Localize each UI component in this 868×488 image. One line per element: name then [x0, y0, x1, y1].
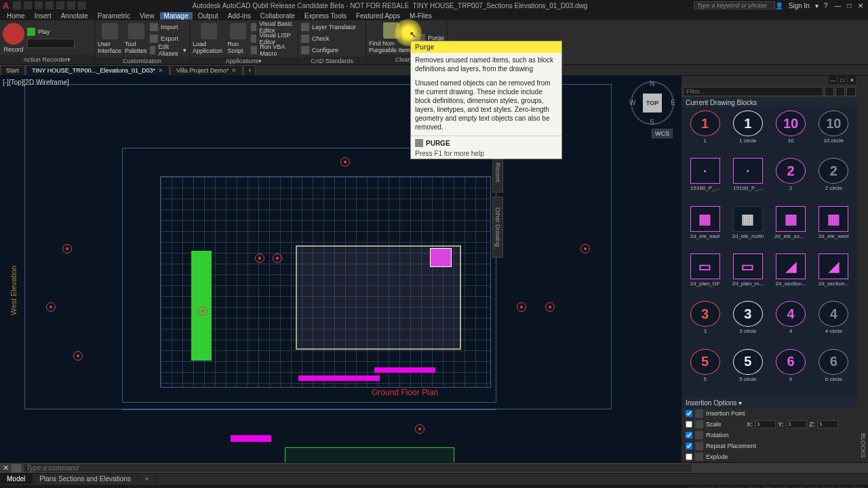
- command-line[interactable]: ✕: [0, 462, 868, 473]
- scale-z[interactable]: 1: [818, 420, 838, 428]
- vle-button[interactable]: Visual LISP Editor: [251, 33, 295, 44]
- record-button[interactable]: Record: [3, 23, 24, 53]
- tab-manage[interactable]: Manage: [160, 12, 193, 20]
- file-tab-2[interactable]: Villa Project Demo*✕: [170, 65, 243, 75]
- command-input[interactable]: [24, 464, 692, 472]
- tab-home[interactable]: Home: [3, 12, 29, 20]
- run-script-button[interactable]: Run Script: [227, 23, 248, 54]
- opt-repeat[interactable]: Repeat Placement: [682, 441, 857, 451]
- block-item[interactable]: 22 circle: [813, 158, 854, 204]
- palette-close-icon[interactable]: ✕: [848, 76, 856, 84]
- find-nonpurgeable-button[interactable]: Find Non-Purgeable Items: [369, 22, 414, 54]
- block-item[interactable]: ▦2d_ele_south: [770, 206, 812, 252]
- qat-saveas-icon[interactable]: [45, 1, 54, 9]
- wcs-label[interactable]: WCS: [652, 129, 673, 138]
- filter-dropdown-icon[interactable]: [825, 87, 834, 96]
- tab-expresstools[interactable]: Express Tools: [300, 12, 351, 20]
- start-tab[interactable]: Start: [0, 65, 25, 75]
- user-interface-button[interactable]: User Interface: [98, 23, 122, 54]
- tool-palettes-button[interactable]: Tool Palettes: [125, 23, 147, 54]
- block-item[interactable]: ·15160_P_...: [684, 158, 726, 204]
- import-button[interactable]: Import: [150, 22, 186, 33]
- qat-undo-icon[interactable]: [67, 1, 75, 9]
- model-tab[interactable]: Model: [0, 474, 33, 484]
- tab-insert[interactable]: Insert: [31, 12, 56, 20]
- close-icon[interactable]: ✕: [158, 67, 163, 74]
- scale-x[interactable]: 1: [755, 420, 776, 428]
- qat-plot-icon[interactable]: [56, 1, 64, 9]
- block-item[interactable]: 44 circle: [813, 301, 854, 347]
- vba-button[interactable]: Run VBA Macro: [251, 45, 295, 56]
- help-icon[interactable]: ?: [824, 2, 828, 9]
- opt-rotation[interactable]: Rotation: [682, 430, 857, 441]
- export-button[interactable]: Export: [150, 33, 186, 44]
- signin-label[interactable]: Sign In: [789, 2, 810, 9]
- blocks-palette-tab[interactable]: BLOCKS: [857, 429, 868, 462]
- opt-scale[interactable]: Scale X:1 Y:1 Z:1: [682, 419, 857, 430]
- qat-redo-icon[interactable]: [78, 1, 86, 9]
- palette-tab-other[interactable]: Other Drawing: [492, 197, 503, 258]
- view-mode-icon[interactable]: [835, 87, 845, 96]
- close-button[interactable]: ✕: [856, 1, 865, 9]
- vbe-button[interactable]: Visual Basic Editor: [251, 22, 295, 33]
- block-item[interactable]: ◢2d_section...: [813, 253, 854, 300]
- block-item[interactable]: 11: [684, 110, 726, 157]
- add-layout-tab[interactable]: +: [138, 474, 157, 484]
- tab-addins[interactable]: Add-ins: [224, 12, 255, 20]
- signin-icon[interactable]: 👤: [775, 2, 783, 9]
- macro-combo[interactable]: [27, 38, 75, 49]
- block-item[interactable]: ·15160_P_...: [727, 158, 768, 204]
- qat-save-icon[interactable]: [35, 1, 43, 9]
- block-item[interactable]: 1010 circle: [813, 110, 854, 157]
- qat-new-icon[interactable]: [13, 1, 21, 9]
- minimize-button[interactable]: —: [833, 1, 842, 9]
- qat-open-icon[interactable]: [24, 1, 32, 9]
- block-item[interactable]: 66: [770, 349, 812, 395]
- layer-translator-button[interactable]: Layer Translator: [301, 22, 356, 33]
- block-item[interactable]: 1010: [770, 110, 812, 157]
- configure-button[interactable]: Configure: [301, 45, 356, 56]
- layout-tab-1[interactable]: Plans Sections and Elevations: [33, 474, 138, 484]
- cmd-close-icon[interactable]: ✕: [3, 464, 9, 472]
- viewcube-top[interactable]: TOP: [643, 94, 662, 113]
- filter-input[interactable]: [683, 87, 823, 96]
- maximize-button[interactable]: □: [844, 1, 854, 9]
- tab-annotate[interactable]: Annotate: [57, 12, 92, 20]
- block-item[interactable]: ◢2d_section...: [770, 253, 812, 300]
- load-application-button[interactable]: Load Application: [193, 23, 224, 54]
- close-icon[interactable]: ✕: [231, 67, 237, 74]
- scale-y[interactable]: 1: [787, 420, 807, 428]
- file-tab-1[interactable]: TINY HOUSE_TRP00..._Elevations_01_D03*✕: [26, 65, 170, 75]
- block-item[interactable]: 22: [770, 158, 812, 204]
- palette-maximize-icon[interactable]: □: [838, 76, 846, 84]
- palette-options-icon[interactable]: [846, 87, 856, 96]
- block-item[interactable]: 33 circle: [727, 301, 768, 347]
- add-file-tab[interactable]: +: [243, 65, 256, 75]
- block-item[interactable]: 66 circle: [813, 349, 854, 395]
- edit-aliases-button[interactable]: Edit Aliases ▾: [150, 45, 186, 56]
- tab-mfiles[interactable]: M-Files: [406, 12, 436, 20]
- block-item[interactable]: 11 circle: [727, 110, 768, 157]
- tab-featuredapps[interactable]: Featured Apps: [352, 12, 404, 20]
- opt-insertion-point[interactable]: Insertion Point: [682, 408, 857, 419]
- search-box[interactable]: Type a keyword or phrase: [694, 1, 775, 9]
- block-item[interactable]: 55 circle: [727, 349, 768, 395]
- tab-output[interactable]: Output: [194, 12, 222, 20]
- block-item[interactable]: 33: [684, 301, 726, 347]
- block-item[interactable]: ▭2d_plan_GF: [684, 253, 726, 300]
- block-item[interactable]: ▦2d_ele_north: [727, 206, 768, 252]
- block-item[interactable]: ▭2d_plan_m...: [727, 253, 768, 300]
- tab-collaborate[interactable]: Collaborate: [256, 12, 299, 20]
- tab-parametric[interactable]: Parametric: [94, 12, 134, 20]
- tab-view[interactable]: View: [136, 12, 159, 20]
- viewcube[interactable]: N S E W TOP: [631, 81, 674, 125]
- viewport-label[interactable]: [-][Top][2D Wireframe]: [3, 79, 69, 86]
- insertion-options-header[interactable]: Insertion Options ▾: [682, 398, 857, 408]
- play-button[interactable]: Play: [27, 26, 75, 37]
- block-item[interactable]: ▦2d_ele_west: [813, 206, 854, 252]
- drawing-canvas[interactable]: [-][Top][2D Wireframe] West Elevation Gr…: [0, 76, 681, 462]
- opt-explode[interactable]: Explode: [682, 451, 857, 462]
- check-button[interactable]: Check: [301, 33, 356, 44]
- block-item[interactable]: 44: [770, 301, 812, 347]
- block-item[interactable]: 55: [684, 349, 726, 395]
